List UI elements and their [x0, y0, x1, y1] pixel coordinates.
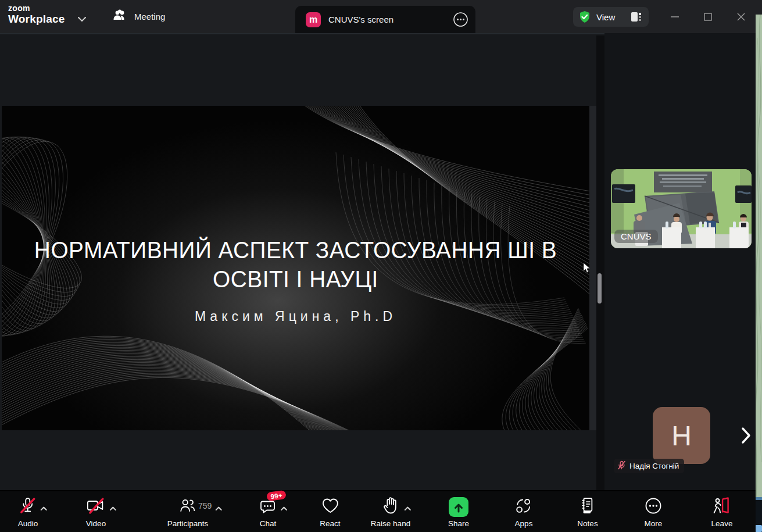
shared-screen-area: НОРМАТИВНИЙ АСПЕКТ ЗАСТОСУВАННЯ ШІ В ОСВ… — [0, 33, 604, 490]
window-maximize-button[interactable] — [699, 8, 717, 26]
window-minimize-button[interactable] — [666, 8, 684, 26]
mic-muted-icon — [617, 460, 626, 472]
more-button-label: More — [645, 519, 663, 528]
apps-button-label: Apps — [515, 519, 533, 528]
chat-button-label: Chat — [260, 519, 277, 528]
meeting-tab-label: Meeting — [134, 12, 165, 22]
presentation-slide: НОРМАТИВНИЙ АСПЕКТ ЗАСТОСУВАННЯ ШІ В ОСВ… — [2, 106, 589, 430]
slide-subtitle: Максим Яцина, Ph.D — [2, 309, 589, 324]
participants-count: 759 — [198, 501, 212, 510]
slide-title-line2: ОСВІТІ І НАУЦІ — [10, 265, 581, 294]
leave-door-icon — [712, 497, 732, 517]
logo-workplace-text: Workplace — [8, 13, 65, 24]
slide-title-line1: НОРМАТИВНИЙ АСПЕКТ ЗАСТОСУВАННЯ ШІ В — [10, 235, 581, 265]
notes-button-label: Notes — [577, 519, 598, 528]
audio-options-caret-icon[interactable] — [40, 503, 48, 513]
participants-button[interactable]: 759 Participants — [167, 495, 209, 528]
desktop-wallpaper-sliver — [756, 15, 762, 497]
raise-hand-icon — [382, 497, 399, 517]
zoom-workplace-logo: zoom Workplace — [8, 4, 65, 24]
participants-video-panel: CNUVS H Надія Стогній — [604, 33, 756, 490]
participants-button-label: Participants — [167, 519, 209, 528]
apps-icon — [515, 497, 532, 517]
more-ellipsis-icon — [644, 497, 663, 517]
mic-muted-icon — [19, 497, 37, 517]
leave-button[interactable]: Leave — [711, 495, 733, 528]
leave-button-label: Leave — [711, 519, 733, 528]
video-button[interactable]: Video — [86, 495, 106, 528]
title-bar: zoom Workplace Meeting m CNUVS's screen — [0, 0, 762, 33]
participant-avatar[interactable]: H — [653, 407, 710, 464]
share-button[interactable]: Share — [448, 495, 469, 528]
tab-screen-share[interactable]: m CNUVS's screen — [295, 6, 475, 33]
chat-options-caret-icon[interactable] — [280, 503, 288, 513]
audio-button[interactable]: Audio — [18, 495, 38, 528]
view-button-label: View — [596, 12, 615, 22]
video-button-label: Video — [86, 519, 106, 528]
security-shield-icon — [578, 10, 592, 26]
workspace-chevron-down-icon[interactable] — [77, 14, 87, 24]
zoom-meeting-window: { "titlebar": { "logo_line1": "zoom", "l… — [0, 0, 762, 532]
scrollbar-track — [596, 35, 604, 491]
participants-options-caret-icon[interactable] — [215, 503, 223, 513]
meeting-toolbar: Audio Video — [0, 490, 756, 532]
tab-options-ellipsis-icon[interactable] — [453, 12, 468, 30]
chat-button[interactable]: 99+ Chat — [259, 495, 277, 528]
participants-icon — [179, 497, 196, 517]
screen-share-tab-label: CNUVS's screen — [328, 15, 393, 24]
mouse-cursor — [583, 262, 591, 276]
next-participants-button[interactable] — [738, 424, 753, 447]
raise-hand-options-caret-icon[interactable] — [404, 503, 412, 513]
video-options-caret-icon[interactable] — [109, 503, 117, 513]
logo-zoom-text: zoom — [8, 4, 65, 12]
desktop-taskbar-icon — [755, 525, 762, 532]
shared-app-icon: m — [306, 12, 321, 27]
slide-title: НОРМАТИВНИЙ АСПЕКТ ЗАСТОСУВАННЯ ШІ В ОСВ… — [10, 235, 581, 294]
raise-hand-button[interactable]: Raise hand — [371, 495, 410, 528]
participant-name-label: Надія Стогній — [614, 459, 684, 473]
react-button-label: React — [320, 519, 340, 528]
apps-button[interactable]: Apps — [515, 495, 533, 528]
view-button[interactable]: View — [573, 7, 649, 27]
react-button[interactable]: React — [320, 495, 340, 528]
notes-button[interactable]: Notes — [577, 495, 598, 528]
participant-name-text: Надія Стогній — [629, 462, 679, 470]
share-screen-icon — [449, 497, 468, 517]
chat-unread-badge: 99+ — [266, 490, 287, 502]
desktop-blue-strip — [756, 497, 762, 500]
raise-hand-button-label: Raise hand — [371, 519, 410, 528]
audio-button-label: Audio — [18, 519, 38, 528]
view-layout-icon — [631, 12, 642, 24]
camera-muted-icon — [86, 497, 106, 517]
notes-icon — [579, 497, 596, 517]
tab-meeting[interactable]: Meeting — [112, 0, 165, 33]
meeting-people-icon — [112, 9, 127, 24]
window-close-button[interactable] — [732, 8, 750, 26]
video-tile-cnuvs[interactable]: CNUVS — [611, 169, 752, 248]
scrollbar-thumb[interactable] — [598, 273, 602, 304]
heart-icon — [321, 497, 339, 517]
share-button-label: Share — [448, 519, 469, 528]
video-tile-name-label: CNUVS — [614, 230, 658, 243]
more-button[interactable]: More — [644, 495, 663, 528]
